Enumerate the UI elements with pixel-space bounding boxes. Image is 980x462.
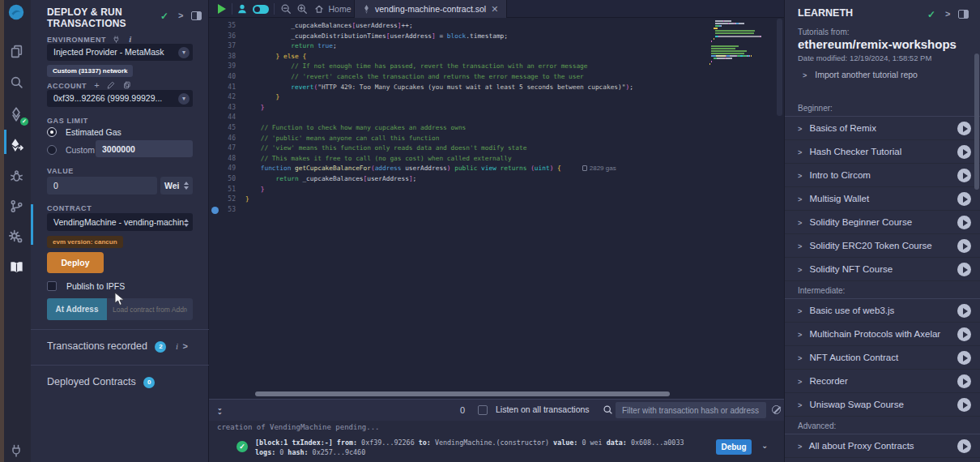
debugger-icon[interactable] [7, 167, 25, 185]
play-tutorial-icon[interactable] [957, 239, 971, 253]
account-select[interactable]: 0xf39...92266 (9999.99929... ▾ [47, 90, 193, 107]
publish-ipfs-row[interactable]: Publish to IPFS [47, 281, 125, 291]
code-line[interactable]: 42 } [209, 92, 784, 103]
code-line[interactable]: 44 [209, 113, 784, 123]
contract-select[interactable]: VendingMachine - vending-machin [47, 213, 193, 231]
line-number[interactable]: 36 [209, 32, 245, 42]
play-tutorial-icon[interactable] [957, 216, 971, 229]
close-tab-icon[interactable]: ✕ [491, 4, 498, 15]
line-number[interactable]: 44 [209, 113, 245, 123]
editor-horizontal-scrollbar[interactable] [209, 390, 784, 398]
play-tutorial-icon[interactable] [957, 145, 971, 159]
play-tutorial-icon[interactable] [957, 304, 971, 318]
git-icon[interactable] [7, 197, 25, 215]
transactions-info-icon[interactable]: i [176, 341, 178, 351]
tutorial-item[interactable]: > Intro to Circom [785, 164, 980, 187]
line-number[interactable]: 42 [209, 92, 245, 103]
breakpoint-dot[interactable] [211, 207, 219, 214]
gas-custom-radio[interactable]: Custom [47, 145, 95, 155]
tutorial-item[interactable]: > Basic use of web3.js [785, 299, 980, 323]
line-number[interactable]: 40 [209, 72, 245, 83]
tutorial-item[interactable]: > All about Proxy Contracts [785, 434, 980, 458]
pin-panel-icon[interactable] [191, 11, 202, 20]
line-number[interactable]: 46 [209, 134, 245, 144]
deploy-and-run-icon[interactable] [7, 136, 25, 154]
remix-logo-icon[interactable] [7, 3, 25, 21]
gas-custom-input[interactable] [96, 140, 193, 157]
settings-gears-icon[interactable] [7, 228, 25, 246]
play-tutorial-icon[interactable] [957, 192, 971, 206]
line-number[interactable]: 50 [209, 174, 245, 185]
code-line[interactable]: 40 // 'revert' cancels the transaction a… [209, 72, 784, 83]
home-tab[interactable]: Home [313, 0, 353, 18]
tx-expand-icon[interactable]: ⌄ [761, 441, 768, 450]
play-tutorial-icon[interactable] [957, 351, 971, 365]
environment-info-icon[interactable]: i [129, 34, 132, 44]
code-line[interactable]: 49 function getCupcakeBalanceFor(address… [209, 164, 784, 174]
zoom-in-icon[interactable] [295, 0, 309, 18]
code-line[interactable]: 38 } else { [209, 52, 784, 62]
panel-expand-icon[interactable]: > [178, 11, 183, 20]
file-explorer-icon[interactable] [7, 42, 25, 60]
line-number[interactable]: 51 [209, 185, 245, 195]
radio-selected[interactable] [47, 127, 57, 137]
play-tutorial-icon[interactable] [957, 169, 971, 182]
code-line[interactable]: 50 return _cupcakeBalances[userAddress]; [209, 174, 784, 185]
code-line[interactable]: 46 // 'public' means anyone can call thi… [209, 134, 784, 144]
tutorial-item[interactable]: > Deploy with Libraries [785, 458, 980, 462]
transactions-recorded-row[interactable]: Transactions recorded 2 i > [31, 329, 209, 365]
deployed-contracts-row[interactable]: Deployed Contracts 0 [31, 365, 209, 400]
terminal-filter-input[interactable] [616, 402, 766, 418]
tutorial-item[interactable]: > NFT Auction Contract [785, 346, 980, 370]
line-number[interactable]: 48 [209, 154, 245, 165]
code-line[interactable]: 36 _cupcakeDistributionTimes[userAddress… [209, 32, 784, 42]
side-panel-scrollbar[interactable] [31, 204, 33, 245]
code-line[interactable]: 47 // 'view' means this function only re… [209, 143, 784, 154]
code-line[interactable]: 51 } [209, 185, 784, 195]
publish-ipfs-checkbox[interactable] [47, 281, 57, 291]
code-line[interactable]: 39 // If not enough time has passed, rev… [209, 62, 784, 72]
debug-button[interactable]: Debug [716, 439, 752, 455]
line-number[interactable]: 43 [209, 103, 245, 113]
line-number[interactable]: 41 [209, 83, 245, 93]
line-number[interactable]: 49 [209, 164, 245, 174]
tutorial-item[interactable]: > Solidity NFT Course [785, 258, 980, 281]
tutorial-item[interactable]: > Solidity ERC20 Token Course [785, 234, 980, 258]
copy-account-icon[interactable] [123, 81, 131, 89]
learneth-pin-icon[interactable] [958, 10, 969, 19]
tutorial-item[interactable]: > Recorder [785, 370, 980, 393]
run-script-icon[interactable] [215, 0, 228, 18]
add-account-icon[interactable]: + [94, 80, 100, 90]
learneth-scrollbar[interactable] [974, 53, 979, 190]
tutorial-item[interactable]: > Multisig Wallet [785, 187, 980, 211]
play-tutorial-icon[interactable] [957, 263, 971, 276]
minimap[interactable] [709, 20, 771, 93]
plugin-manager-icon[interactable] [7, 442, 25, 460]
code-editor[interactable]: 35 _cupcakeBalances[userAddress]++;36 _c… [209, 19, 784, 399]
value-unit-select[interactable]: Wei [160, 177, 193, 195]
code-line[interactable]: 48 // This makes it free to call (no gas… [209, 154, 784, 165]
play-tutorial-icon[interactable] [957, 398, 971, 412]
listen-checkbox[interactable] [478, 405, 488, 415]
learneth-book-icon[interactable] [7, 258, 25, 276]
search-icon[interactable] [7, 73, 25, 91]
code-line[interactable]: 52} [209, 195, 784, 205]
transactions-expand-icon[interactable]: > [183, 341, 188, 351]
play-tutorial-icon[interactable] [957, 122, 971, 135]
code-line[interactable]: 37 return true; [209, 41, 784, 52]
at-address-button[interactable]: At Address [47, 298, 107, 320]
play-tutorial-icon[interactable] [957, 327, 971, 341]
environment-select[interactable]: Injected Provider - MetaMask ▾ [47, 44, 193, 61]
copilot-toggle[interactable] [251, 0, 271, 18]
tutorial-item[interactable]: > Hash Checker Tutorial [785, 140, 980, 164]
code-line[interactable]: 43 } [209, 103, 784, 113]
deploy-button[interactable]: Deploy [47, 252, 104, 273]
line-number[interactable]: 47 [209, 143, 245, 154]
clear-console-icon[interactable] [772, 405, 781, 414]
tab-vending-machine-contract[interactable]: vending-machine-contract.sol ✕ [354, 0, 507, 18]
value-input[interactable] [47, 177, 157, 195]
collapse-terminal-icon[interactable]: ⌄⌄ [217, 406, 223, 414]
line-number[interactable]: 39 [209, 62, 245, 72]
play-tutorial-icon[interactable] [957, 374, 971, 388]
ai-assistant-icon[interactable] [235, 0, 249, 18]
